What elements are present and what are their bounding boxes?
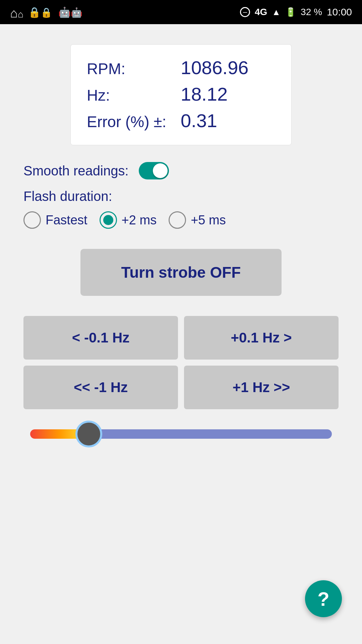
status-bar-right: 4G ▲ 🔋 32 % 10:00 [240, 6, 352, 18]
radio-label-fastest: Fastest [46, 213, 87, 227]
hz-row-small: < -0.1 Hz +0.1 Hz > [23, 316, 339, 360]
radio-circle-fastest [23, 211, 41, 229]
hz-value: 18.12 [181, 83, 228, 105]
hz-row-large: << -1 Hz +1 Hz >> [23, 366, 339, 409]
battery-icon: 🔋 [285, 7, 296, 17]
help-fab-button[interactable]: ? [305, 580, 342, 617]
smooth-readings-label: Smooth readings: [23, 163, 129, 178]
rpm-row: RPM: 1086.96 [87, 57, 275, 78]
radio-circle-plus5ms [169, 211, 186, 229]
main-content: RPM: 1086.96 Hz: 18.12 Error (%) ±: 0.31… [0, 24, 362, 472]
decrease-01hz-button[interactable]: < -0.1 Hz [23, 316, 178, 360]
slider-track-right [89, 429, 332, 439]
radio-label-plus5ms: +5 ms [191, 213, 226, 227]
increase-01hz-button[interactable]: +0.1 Hz > [184, 316, 339, 360]
flash-duration-label: Flash duration: [23, 189, 339, 204]
readings-box: RPM: 1086.96 Hz: 18.12 Error (%) ±: 0.31 [70, 44, 292, 145]
rpm-value: 1086.96 [181, 57, 248, 78]
increase-1hz-button[interactable]: +1 Hz >> [184, 366, 339, 409]
radio-plus2ms[interactable]: +2 ms [100, 211, 157, 229]
smooth-readings-toggle[interactable] [139, 162, 169, 179]
help-icon: ? [317, 588, 329, 610]
rpm-label: RPM: [87, 60, 181, 78]
status-bar: ⌂ 🔒 🤖 4G ▲ 🔋 32 % 10:00 [0, 0, 362, 24]
error-row: Error (%) ±: 0.31 [87, 110, 275, 131]
decrease-1hz-button[interactable]: << -1 Hz [23, 366, 178, 409]
dnd-icon [240, 7, 250, 17]
frequency-slider-section [23, 429, 339, 439]
frequency-slider-track [30, 429, 332, 439]
toggle-knob [153, 163, 168, 178]
hz-row: Hz: 18.12 [87, 83, 275, 105]
controls-section: Smooth readings: Flash duration: Fastest… [13, 162, 349, 459]
hz-label: Hz: [87, 86, 181, 104]
signal-icon: ▲ [272, 7, 281, 17]
android-icon: 🤖 [58, 6, 82, 18]
smooth-readings-row: Smooth readings: [23, 162, 339, 179]
radio-plus5ms[interactable]: +5 ms [169, 211, 226, 229]
radio-label-plus2ms: +2 ms [122, 213, 157, 227]
error-label: Error (%) ±: [87, 113, 181, 131]
flash-duration-options: Fastest +2 ms +5 ms [23, 211, 339, 229]
slider-thumb[interactable] [75, 421, 102, 447]
hz-adjustment-buttons: < -0.1 Hz +0.1 Hz > << -1 Hz +1 Hz >> [23, 316, 339, 409]
clock: 10:00 [327, 6, 352, 18]
error-value: 0.31 [181, 110, 217, 131]
strobe-toggle-button[interactable]: Turn strobe OFF [80, 249, 282, 296]
lock-icon: 🔒 [28, 6, 52, 18]
status-bar-left: ⌂ 🔒 🤖 [10, 6, 82, 18]
radio-fastest[interactable]: Fastest [23, 211, 87, 229]
home-icon: ⌂ [10, 6, 22, 18]
radio-inner-plus2ms [103, 215, 113, 225]
battery-level: 32 % [301, 7, 322, 17]
radio-circle-plus2ms [100, 211, 117, 229]
network-type: 4G [255, 7, 267, 17]
